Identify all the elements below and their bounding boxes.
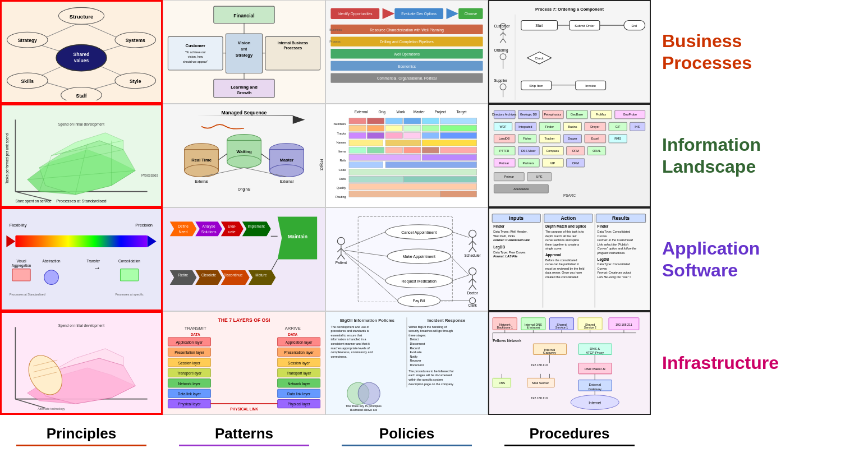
svg-text:data owner. Once you have: data owner. Once you have (545, 271, 582, 274)
spectrum-svg: Flexibility Precision (3, 211, 159, 308)
svg-text:Retire: Retire (178, 273, 189, 277)
svg-text:Project: Project (435, 110, 446, 114)
svg-rect-161 (368, 132, 384, 138)
svg-text:Presentation layer: Presentation layer (284, 350, 314, 355)
svg-line-299 (341, 248, 345, 252)
svg-rect-172 (404, 147, 421, 153)
svg-marker-49 (447, 8, 459, 19)
svg-rect-167 (385, 140, 421, 146)
svg-text:Resource Characterization with: Resource Characterization with Well Plan… (370, 28, 444, 33)
svg-text:& Intranet: & Intranet (527, 326, 540, 329)
svg-text:ORAL: ORAL (593, 149, 601, 153)
svg-text:Evaluate: Evaluate (410, 350, 421, 354)
svg-text:should we appear": should we appear" (183, 60, 208, 63)
svg-text:Compass: Compass (546, 149, 559, 153)
svg-text:Spend on initial development: Spend on initial development (58, 122, 104, 127)
svg-text:PTTFR: PTTFR (499, 149, 509, 153)
svg-text:Vision: Vision (238, 40, 251, 45)
svg-text:IHS: IHS (635, 125, 640, 128)
svg-text:Recover: Recover (410, 359, 421, 362)
svg-rect-153 (440, 118, 477, 124)
svg-text:Disconnect: Disconnect (410, 342, 425, 345)
svg-text:Detect: Detect (410, 338, 419, 341)
svg-text:Record: Record (410, 346, 419, 350)
cell-r3c4: Inputs Action Results Finder Data Types:… (488, 207, 651, 311)
svg-text:Petrophysics: Petrophysics (544, 113, 561, 116)
svg-text:Supplier: Supplier (494, 78, 508, 83)
svg-rect-148 (349, 118, 366, 124)
cell-r4c1: Spend on initial development Alternate t… (0, 311, 163, 415)
bsc-diagram: Financial Customer "To achieve our visio… (165, 2, 323, 101)
svg-text:Action: Action (561, 216, 576, 221)
svg-rect-168 (422, 140, 477, 146)
svg-text:BigOil Information Policies: BigOil Information Policies (340, 318, 394, 323)
svg-rect-177 (349, 161, 383, 168)
svg-text:External: External (355, 110, 368, 114)
svg-text:Transport layer: Transport layer (287, 371, 311, 376)
svg-text:Units: Units (339, 177, 346, 181)
svg-text:Spend on initial development: Spend on initial development (58, 324, 104, 328)
svg-text:ProMax: ProMax (596, 113, 607, 116)
svg-text:Curves: Curves (598, 234, 607, 238)
svg-text:Data Type: Flow Curves: Data Type: Flow Curves (493, 251, 526, 254)
svg-marker-112 (195, 116, 305, 124)
svg-text:Tracks: Tracks (337, 132, 346, 135)
managed-seq-svg: Managed Sequence Real Time Waiting Maste… (165, 106, 323, 205)
svg-text:Managed Sequence: Managed Sequence (222, 110, 267, 116)
svg-rect-155 (368, 125, 384, 131)
svg-text:Choose: Choose (465, 12, 477, 16)
svg-text:Routing: Routing (336, 195, 346, 198)
svg-text:program instructions.: program instructions. (597, 251, 626, 255)
svg-text:Before the consolidated: Before the consolidated (545, 258, 577, 262)
usecase-svg: Cancel Appointment Make Appointment Requ… (328, 210, 486, 309)
cell-r3c2: Define Need Analyse Solutions Eval- uate… (163, 207, 325, 311)
svg-text:Process: Process (329, 40, 341, 43)
svg-text:Application layer: Application layer (286, 340, 313, 345)
policies-underline (342, 445, 472, 446)
svg-text:The purpose of this task is to: The purpose of this task is to (545, 230, 584, 233)
svg-text:Submit Order: Submit Order (575, 24, 594, 27)
svg-text:LegDB: LegDB (493, 245, 505, 250)
svg-text:Abundance: Abundance (513, 187, 529, 191)
svg-text:is better choice in: is better choice in (40, 411, 63, 412)
svg-text:depth match all the raw: depth match all the raw (545, 234, 577, 238)
svg-text:Petmar: Petmar (504, 175, 515, 178)
svg-text:DATA: DATA (288, 332, 297, 336)
svg-marker-252 (148, 235, 157, 247)
svg-text:192.168.110: 192.168.110 (531, 396, 548, 400)
svg-text:Well Operations: Well Operations (394, 52, 420, 57)
svg-text:Master: Master (280, 158, 293, 163)
svg-text:Orig.: Orig. (379, 110, 387, 114)
svg-text:DSS Msstr: DSS Msstr (521, 149, 536, 153)
svg-text:Customer: Customer (494, 24, 510, 28)
svg-text:Maintain: Maintain (288, 234, 307, 239)
svg-text:Evaluate Dev Options: Evaluate Dev Options (401, 12, 437, 16)
svg-text:completeness, consistency and: completeness, consistency and (330, 350, 373, 354)
svg-text:Backbone 1: Backbone 1 (497, 326, 513, 329)
svg-line-313 (472, 279, 476, 283)
svg-text:The development and use of: The development and use of (330, 325, 369, 329)
row-label-application: Application Software (651, 207, 868, 311)
svg-text:GIF: GIF (616, 125, 621, 128)
svg-rect-171 (385, 147, 402, 153)
svg-text:Eval-: Eval- (228, 224, 236, 228)
svg-text:Real Time: Real Time (191, 158, 212, 163)
svg-point-296 (337, 237, 345, 244)
svg-text:uate: uate (228, 230, 236, 234)
main-grid: Structure Strategy Systems Shared values… (0, 0, 868, 462)
svg-text:Gateway: Gateway (543, 351, 556, 354)
svg-text:The three key IS principles: The three key IS principles (346, 404, 382, 408)
svg-text:External: External (195, 179, 208, 183)
svg-text:DATA: DATA (191, 332, 200, 336)
svg-text:Learning and: Learning and (231, 85, 258, 90)
svg-text:Abstraction: Abstraction (43, 259, 61, 263)
svg-rect-158 (422, 125, 439, 131)
svg-text:Physical layer: Physical layer (288, 402, 311, 406)
svg-text:Doctor: Doctor (467, 291, 479, 295)
svg-rect-156 (385, 125, 402, 131)
svg-point-441 (358, 382, 380, 404)
procedures-underline (504, 445, 635, 446)
svg-text:Request Medication: Request Medication (402, 279, 437, 284)
svg-text:Consolidation: Consolidation (118, 259, 140, 263)
svg-text:Make Appointment: Make Appointment (403, 255, 435, 259)
